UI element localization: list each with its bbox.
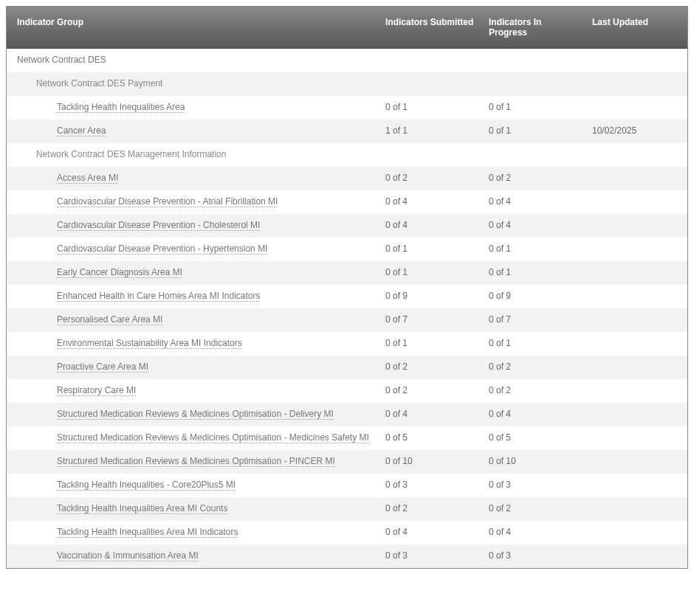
indicator-group-cell: Network Contract DES Management Informat…: [7, 143, 378, 165]
table-row: Tackling Health Inequalities Area MI Ind…: [7, 521, 687, 544]
indicator-group-link[interactable]: Structured Medication Reviews & Medicine…: [57, 456, 335, 467]
indicator-group-link[interactable]: Cardiovascular Disease Prevention - Atri…: [57, 196, 278, 207]
indicators-submitted-cell: 0 of 3: [378, 544, 481, 567]
indicators-in-progress-cell: 0 of 5: [481, 426, 585, 449]
indicator-group-link[interactable]: Tackling Health Inequalities Area: [57, 102, 185, 113]
indicator-group-cell: Access Area MI: [7, 167, 378, 189]
indicator-group-cell: Structured Medication Reviews & Medicine…: [7, 403, 378, 425]
table-row: Network Contract DES Payment: [7, 72, 687, 96]
table-row: Network Contract DES: [7, 49, 687, 72]
table-row: Enhanced Health in Care Homes Area MI In…: [7, 285, 687, 308]
indicators-in-progress-cell: 0 of 4: [481, 521, 585, 543]
last-updated-cell: [585, 238, 688, 249]
last-updated-cell: [585, 308, 688, 320]
table-header-row: Indicator Group Indicators Submitted Ind…: [7, 7, 687, 49]
indicators-in-progress-cell: 0 of 1: [481, 332, 585, 354]
header-indicators-submitted[interactable]: Indicators Submitted: [378, 7, 481, 48]
indicator-group-cell: Cancer Area: [7, 120, 378, 142]
last-updated-cell: [585, 261, 688, 273]
table-row: Cardiovascular Disease Prevention - Hype…: [7, 238, 687, 261]
indicator-group-link[interactable]: Structured Medication Reviews & Medicine…: [57, 409, 334, 420]
indicator-group-cell: Environmental Sustainability Area MI Ind…: [7, 332, 378, 354]
indicator-group-cell: Structured Medication Reviews & Medicine…: [7, 450, 378, 472]
indicator-group-cell: Proactive Care Area MI: [7, 356, 378, 378]
indicator-group-link[interactable]: Proactive Care Area MI: [57, 361, 148, 373]
indicators-in-progress-cell: 0 of 4: [481, 214, 585, 236]
indicators-in-progress-cell: 0 of 4: [481, 190, 585, 212]
table-row: Early Cancer Diagnosis Area MI0 of 10 of…: [7, 261, 687, 285]
indicators-in-progress-cell: 0 of 1: [481, 261, 585, 283]
indicators-in-progress-cell: 0 of 2: [481, 356, 585, 378]
table-body: Network Contract DESNetwork Contract DES…: [7, 49, 687, 568]
table-row: Structured Medication Reviews & Medicine…: [7, 450, 687, 474]
table-row: Vaccination & Immunisation Area MI0 of 3…: [7, 544, 687, 568]
indicators-submitted-cell: 0 of 9: [378, 285, 481, 307]
last-updated-cell: [585, 521, 688, 533]
indicators-submitted-cell: 0 of 1: [378, 96, 481, 118]
indicator-group-cell: Vaccination & Immunisation Area MI: [7, 544, 378, 567]
table-row: Environmental Sustainability Area MI Ind…: [7, 332, 687, 356]
last-updated-cell: [585, 474, 688, 485]
last-updated-cell: [585, 72, 688, 84]
indicator-group-table: Indicator Group Indicators Submitted Ind…: [6, 6, 688, 569]
header-indicator-group[interactable]: Indicator Group: [7, 7, 378, 48]
indicator-group-link[interactable]: Structured Medication Reviews & Medicine…: [57, 432, 369, 443]
indicator-group-link[interactable]: Environmental Sustainability Area MI Ind…: [57, 338, 242, 349]
indicator-group-link[interactable]: Vaccination & Immunisation Area MI: [57, 550, 199, 561]
indicators-submitted-cell: 0 of 10: [378, 450, 481, 472]
header-indicators-in-progress[interactable]: Indicators In Progress: [481, 7, 585, 48]
last-updated-cell: [585, 190, 688, 202]
indicators-submitted-cell: 0 of 5: [378, 426, 481, 449]
table-row: Tackling Health Inequalities - Core20Plu…: [7, 474, 687, 497]
indicators-in-progress-cell: 0 of 1: [481, 120, 585, 142]
last-updated-cell: [585, 379, 688, 391]
table-row: Respiratory Care MI0 of 20 of 2: [7, 379, 687, 403]
indicator-group-link[interactable]: Cancer Area: [57, 125, 106, 136]
table-row: Structured Medication Reviews & Medicine…: [7, 426, 687, 450]
indicator-group-cell: Early Cancer Diagnosis Area MI: [7, 261, 378, 283]
last-updated-cell: 10/02/2025: [585, 120, 688, 142]
indicator-group-cell: Enhanced Health in Care Homes Area MI In…: [7, 285, 378, 307]
indicator-group-link[interactable]: Cardiovascular Disease Prevention - Chol…: [57, 220, 260, 231]
header-last-updated[interactable]: Last Updated: [585, 7, 688, 48]
table-row: Tackling Health Inequalities Area0 of 10…: [7, 96, 687, 120]
last-updated-cell: [585, 49, 688, 60]
indicators-in-progress-cell: [481, 49, 585, 60]
indicators-submitted-cell: [378, 72, 481, 84]
last-updated-cell: [585, 356, 688, 367]
table-row: Tackling Health Inequalities Area MI Cou…: [7, 497, 687, 521]
indicator-group-link[interactable]: Personalised Care Area MI: [57, 314, 162, 325]
indicator-group-link[interactable]: Tackling Health Inequalities Area MI Cou…: [57, 503, 227, 514]
indicator-group-link[interactable]: Tackling Health Inequalities Area MI Ind…: [57, 527, 238, 538]
indicators-submitted-cell: 0 of 1: [378, 332, 481, 354]
indicator-group-cell: Network Contract DES Payment: [7, 72, 378, 94]
indicator-group-cell: Cardiovascular Disease Prevention - Hype…: [7, 238, 378, 260]
indicator-group-cell: Respiratory Care MI: [7, 379, 378, 401]
table-row: Cardiovascular Disease Prevention - Chol…: [7, 214, 687, 238]
indicator-group-cell: Cardiovascular Disease Prevention - Chol…: [7, 214, 378, 236]
indicators-submitted-cell: 0 of 2: [378, 497, 481, 519]
table-row: Access Area MI0 of 20 of 2: [7, 167, 687, 190]
indicator-group-link[interactable]: Cardiovascular Disease Prevention - Hype…: [57, 243, 267, 255]
table-row: Cancer Area1 of 10 of 110/02/2025: [7, 120, 687, 143]
indicator-group-link[interactable]: Tackling Health Inequalities - Core20Plu…: [57, 480, 236, 491]
indicators-in-progress-cell: 0 of 3: [481, 474, 585, 496]
indicators-submitted-cell: 0 of 3: [378, 474, 481, 496]
indicator-group-cell: Cardiovascular Disease Prevention - Atri…: [7, 190, 378, 212]
table-row: Cardiovascular Disease Prevention - Atri…: [7, 190, 687, 214]
indicator-group-cell: Tackling Health Inequalities Area MI Ind…: [7, 521, 378, 543]
indicators-in-progress-cell: 0 of 2: [481, 167, 585, 189]
indicators-in-progress-cell: 0 of 2: [481, 379, 585, 401]
table-row: Personalised Care Area MI0 of 70 of 7: [7, 308, 687, 332]
indicators-in-progress-cell: 0 of 1: [481, 238, 585, 260]
indicators-in-progress-cell: 0 of 4: [481, 403, 585, 425]
last-updated-cell: [585, 544, 688, 556]
indicator-group-cell: Personalised Care Area MI: [7, 308, 378, 331]
indicator-group-link[interactable]: Enhanced Health in Care Homes Area MI In…: [57, 291, 260, 302]
indicator-group-link[interactable]: Access Area MI: [57, 173, 118, 184]
indicator-group-link[interactable]: Early Cancer Diagnosis Area MI: [57, 267, 182, 278]
indicator-group-link[interactable]: Respiratory Care MI: [57, 385, 136, 396]
indicators-submitted-cell: 0 of 1: [378, 261, 481, 283]
indicators-submitted-cell: 0 of 2: [378, 356, 481, 378]
indicators-in-progress-cell: 0 of 3: [481, 544, 585, 567]
